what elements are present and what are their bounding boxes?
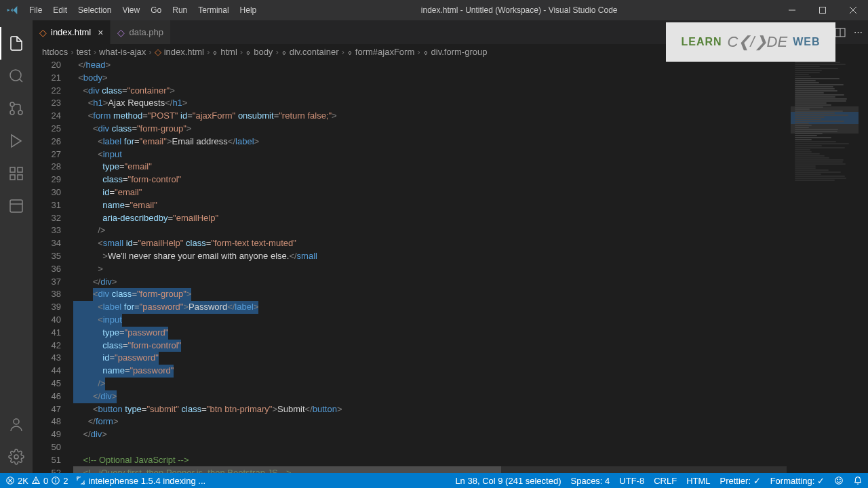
svg-point-24 — [35, 482, 36, 483]
breadcrumb-item[interactable]: htdocs — [42, 47, 68, 57]
menu-file[interactable]: File — [24, 5, 47, 15]
svg-point-27 — [56, 479, 56, 479]
menu-help[interactable]: Help — [235, 5, 262, 15]
breadcrumb-item[interactable]: ◇ index.html — [155, 47, 204, 57]
svg-point-29 — [837, 479, 838, 480]
menu-go[interactable]: Go — [145, 5, 167, 15]
status-problems[interactable]: 2K 0 2 — [5, 476, 68, 486]
more-actions-icon[interactable]: ⋯ — [854, 27, 863, 37]
split-editor-icon[interactable] — [835, 27, 846, 38]
minimap[interactable] — [791, 59, 859, 473]
svg-point-8 — [10, 110, 14, 115]
vscode-icon — [0, 5, 24, 16]
status-eol[interactable]: CRLF — [654, 476, 677, 486]
breadcrumb-item[interactable]: ⬨ div.container — [281, 47, 339, 57]
notifications-icon[interactable] — [853, 476, 863, 486]
title-bar: File Edit Selection View Go Run Terminal… — [0, 0, 868, 20]
breadcrumb-item[interactable]: ⬨ form#ajaxForm — [347, 47, 414, 57]
status-formatting[interactable]: Formatting: ✓ — [770, 476, 825, 486]
tab-label: data.php — [129, 27, 163, 37]
svg-point-16 — [14, 419, 19, 424]
svg-marker-9 — [12, 135, 21, 147]
menu-edit[interactable]: Edit — [47, 5, 73, 15]
breadcrumb-item[interactable]: ⬨ div.form-group — [423, 47, 488, 57]
struct-icon: ⬨ — [245, 47, 251, 57]
status-prettier[interactable]: Prettier: ✓ — [720, 476, 761, 486]
breadcrumb-item[interactable]: ⬨ body — [245, 47, 273, 57]
breadcrumb-item[interactable]: what-is-ajax — [99, 47, 146, 57]
php-file-icon: ◇ — [117, 27, 125, 38]
vertical-scrollbar[interactable] — [859, 59, 868, 473]
horizontal-scrollbar[interactable] — [73, 466, 787, 473]
breadcrumb-item[interactable]: test — [77, 47, 91, 57]
menu-terminal[interactable]: Terminal — [193, 5, 234, 15]
search-icon[interactable] — [0, 60, 33, 92]
extensions-icon[interactable] — [0, 157, 33, 190]
settings-icon[interactable] — [0, 441, 33, 473]
html-file-icon: ◇ — [155, 47, 161, 57]
maximize-button[interactable] — [807, 0, 837, 20]
struct-icon: ⬨ — [281, 47, 287, 57]
html-file-icon: ◇ — [39, 27, 47, 38]
activity-bar — [0, 20, 33, 473]
menu-view[interactable]: View — [117, 5, 145, 15]
svg-rect-13 — [18, 175, 22, 180]
status-bar: 2K 0 2 intelephense 1.5.4 indexing ... L… — [0, 473, 868, 488]
svg-rect-14 — [10, 200, 22, 212]
scrollbar-thumb[interactable] — [73, 466, 501, 473]
tab-data-php[interactable]: ◇ data.php — [111, 20, 171, 44]
status-encoding[interactable]: UTF-8 — [619, 476, 644, 486]
feedback-icon[interactable] — [834, 476, 844, 486]
status-spaces[interactable]: Spaces: 4 — [571, 476, 610, 486]
watermark-web: WEB — [793, 36, 820, 48]
minimize-button[interactable] — [776, 0, 807, 20]
svg-rect-11 — [18, 167, 22, 172]
code-content[interactable]: </head> <body> <div class="container"> <… — [73, 59, 787, 473]
code-editor[interactable]: 2021222324252627282930313233343536373839… — [33, 59, 868, 473]
status-cursor[interactable]: Ln 38, Col 9 (241 selected) — [455, 476, 561, 486]
breadcrumb-item[interactable]: ⬨ html — [212, 47, 237, 57]
svg-point-28 — [835, 477, 843, 485]
svg-point-6 — [10, 102, 14, 106]
close-icon[interactable]: × — [98, 27, 103, 38]
watermark-code: C❮/❯DE — [728, 33, 788, 51]
status-indexing[interactable]: intelephense 1.5.4 indexing ... — [76, 476, 205, 486]
source-control-icon[interactable] — [0, 92, 33, 125]
svg-point-7 — [18, 110, 22, 115]
svg-point-4 — [10, 70, 21, 81]
menu-run[interactable]: Run — [167, 5, 193, 15]
account-icon[interactable] — [0, 408, 33, 441]
svg-line-5 — [20, 79, 22, 82]
svg-point-17 — [14, 455, 18, 459]
svg-rect-12 — [10, 175, 15, 180]
svg-rect-1 — [819, 7, 825, 14]
svg-point-30 — [840, 479, 840, 480]
struct-icon: ⬨ — [347, 47, 353, 57]
watermark-learn: LEARN — [682, 36, 722, 48]
menu-selection[interactable]: Selection — [73, 5, 117, 15]
watermark-logo: LEARN C❮/❯DE WEB — [666, 22, 835, 62]
remote-icon[interactable] — [0, 190, 33, 222]
menubar: File Edit Selection View Go Run Terminal… — [24, 5, 262, 15]
line-numbers: 2021222324252627282930313233343536373839… — [33, 59, 73, 473]
explorer-icon[interactable] — [0, 27, 33, 60]
debug-icon[interactable] — [0, 125, 33, 157]
tab-index-html[interactable]: ◇ index.html × — [33, 20, 111, 44]
struct-icon: ⬨ — [212, 47, 218, 57]
close-button[interactable] — [837, 0, 868, 20]
status-language[interactable]: HTML — [686, 476, 710, 486]
window-title: index.html - Untitled (Workspace) - Visu… — [262, 5, 776, 15]
struct-icon: ⬨ — [423, 47, 429, 57]
tab-label: index.html — [51, 27, 91, 37]
svg-rect-10 — [10, 167, 15, 172]
